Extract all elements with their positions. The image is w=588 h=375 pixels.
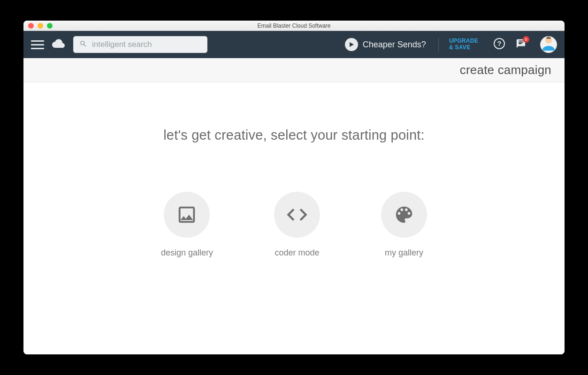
top-nav: Cheaper Sends? UPGRADE & SAVE ? 0 [23, 31, 565, 58]
upgrade-line1: UPGRADE [449, 38, 478, 45]
code-icon [274, 192, 320, 238]
close-window-button[interactable] [28, 23, 34, 29]
option-label: design gallery [161, 248, 213, 258]
option-my-gallery[interactable]: my gallery [381, 192, 427, 258]
option-label: coder mode [275, 248, 320, 258]
fullscreen-window-button[interactable] [47, 23, 53, 29]
cloud-icon[interactable] [52, 38, 66, 51]
traffic-lights [28, 23, 53, 29]
search-field[interactable] [73, 36, 207, 53]
notifications-button[interactable]: 0 [514, 38, 528, 52]
image-icon [164, 192, 210, 238]
main-content: let's get creative, select your starting… [23, 82, 565, 354]
notification-badge: 0 [523, 36, 529, 43]
upgrade-save-link[interactable]: UPGRADE & SAVE [449, 38, 478, 51]
search-input[interactable] [92, 40, 201, 49]
cheaper-sends-button[interactable]: Cheaper Sends? [345, 38, 426, 51]
divider [438, 38, 439, 52]
svg-text:?: ? [497, 40, 502, 47]
mac-titlebar: Email Blaster Cloud Software [23, 21, 565, 31]
play-icon [345, 38, 358, 51]
minimize-window-button[interactable] [38, 23, 43, 29]
option-design-gallery[interactable]: design gallery [161, 192, 213, 258]
option-coder-mode[interactable]: coder mode [274, 192, 320, 258]
avatar-button[interactable] [540, 36, 557, 53]
palette-icon [381, 192, 427, 238]
menu-button[interactable] [31, 38, 44, 51]
upgrade-line2: & SAVE [449, 45, 478, 51]
page-title: create campaign [460, 63, 551, 77]
help-icon: ? [494, 38, 505, 51]
starting-point-options: design gallery coder mode my gallery [161, 192, 427, 258]
app-window: Email Blaster Cloud Software Cheaper Sen… [23, 21, 565, 354]
option-label: my gallery [385, 248, 423, 258]
page-subheader: create campaign [23, 58, 565, 82]
user-icon [540, 36, 557, 52]
cheaper-sends-label: Cheaper Sends? [363, 40, 426, 50]
window-title: Email Blaster Cloud Software [23, 22, 565, 29]
search-icon [79, 40, 87, 50]
help-button[interactable]: ? [492, 38, 506, 52]
prompt-text: let's get creative, select your starting… [163, 128, 425, 143]
